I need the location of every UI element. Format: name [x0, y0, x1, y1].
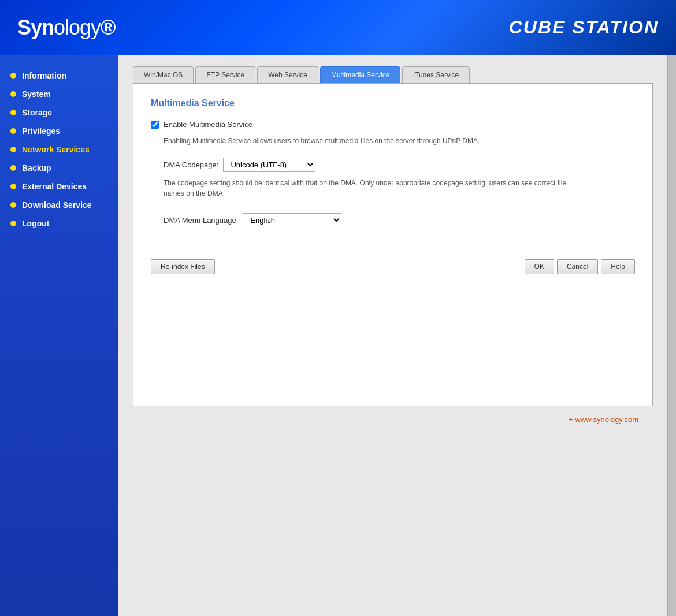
- right-buttons: OK Cancel Help: [525, 259, 635, 274]
- sidebar-item-download-service[interactable]: Download Service: [0, 196, 118, 214]
- sidebar-item-storage[interactable]: Storage: [0, 103, 118, 122]
- sidebar-item-information[interactable]: Information: [0, 66, 118, 85]
- footer-link[interactable]: www.synology.com: [575, 415, 638, 424]
- sidebar-item-system[interactable]: System: [0, 85, 118, 103]
- enable-description: Enabling Multimedia Service allows users…: [164, 136, 568, 146]
- content-area: Win/Mac OS FTP Service Web Service Multi…: [118, 55, 667, 616]
- panel: Multimedia Service Enable Multimedia Ser…: [133, 83, 653, 406]
- codepage-select[interactable]: Unicode (UTF-8) Big5 EUC-JP EUC-KR GB231…: [223, 158, 315, 172]
- tab-win-mac-os[interactable]: Win/Mac OS: [133, 66, 194, 83]
- language-label: DMA Menu Language:: [164, 216, 238, 225]
- header: Synology® CUBE STATION: [0, 0, 676, 55]
- sidebar: Information System Storage Privileges Ne…: [0, 55, 118, 616]
- tab-itunes-service[interactable]: iTunes Service: [402, 66, 470, 83]
- tab-ftp-service[interactable]: FTP Service: [195, 66, 255, 83]
- ok-button[interactable]: OK: [525, 259, 554, 274]
- panel-title: Multimedia Service: [151, 98, 635, 109]
- bottom-buttons: Re-index Files OK Cancel Help: [151, 251, 635, 274]
- sidebar-item-logout[interactable]: Logout: [0, 214, 118, 233]
- sidebar-item-backup[interactable]: Backup: [0, 159, 118, 177]
- scrollbar[interactable]: [667, 55, 676, 616]
- footer-plus: +: [569, 415, 573, 424]
- enable-multimedia-label[interactable]: Enable Multimedia Service: [164, 120, 252, 129]
- bullet-icon: [10, 221, 16, 226]
- site-title: CUBE STATION: [509, 17, 659, 38]
- codepage-row: DMA Codepage: Unicode (UTF-8) Big5 EUC-J…: [164, 158, 635, 172]
- bullet-icon: [10, 147, 16, 152]
- footer: + www.synology.com: [133, 406, 653, 432]
- tab-bar: Win/Mac OS FTP Service Web Service Multi…: [133, 66, 653, 83]
- sidebar-item-external-devices[interactable]: External Devices: [0, 177, 118, 196]
- bullet-icon: [10, 110, 16, 115]
- reindex-button[interactable]: Re-index Files: [151, 259, 215, 274]
- enable-multimedia-row: Enable Multimedia Service: [151, 120, 635, 129]
- main-layout: Information System Storage Privileges Ne…: [0, 55, 676, 616]
- tab-web-service[interactable]: Web Service: [257, 66, 318, 83]
- codepage-label: DMA Codepage:: [164, 160, 218, 169]
- language-row: DMA Menu Language: English Chinese (Trad…: [164, 213, 635, 227]
- tab-multimedia-service[interactable]: Multimedia Service: [320, 66, 400, 83]
- bullet-icon: [10, 184, 16, 189]
- enable-multimedia-checkbox[interactable]: [151, 121, 159, 129]
- bullet-icon: [10, 165, 16, 171]
- codepage-description: The codepage setting should be identical…: [164, 178, 568, 199]
- bullet-icon: [10, 73, 16, 79]
- sidebar-item-privileges[interactable]: Privileges: [0, 122, 118, 140]
- sidebar-item-network-services[interactable]: Network Services: [0, 140, 118, 159]
- help-button[interactable]: Help: [601, 259, 635, 274]
- language-select[interactable]: English Chinese (Traditional) Chinese (S…: [243, 213, 341, 227]
- logo: Synology®: [17, 16, 116, 40]
- cancel-button[interactable]: Cancel: [557, 259, 598, 274]
- bullet-icon: [10, 128, 16, 134]
- bullet-icon: [10, 91, 16, 97]
- bullet-icon: [10, 202, 16, 208]
